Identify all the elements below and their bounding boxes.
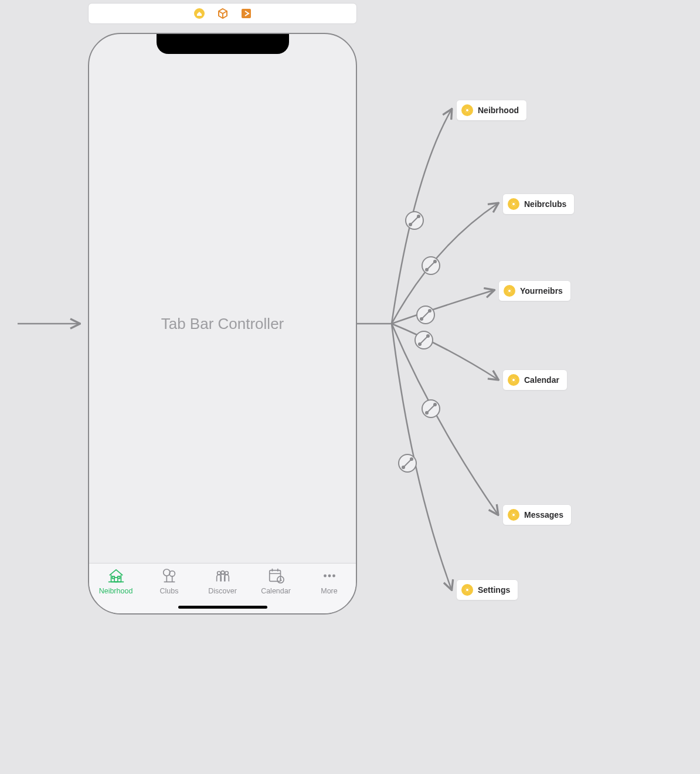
segue-badge (399, 454, 416, 472)
tree-icon (161, 567, 178, 585)
svg-point-13 (328, 575, 331, 578)
segue-badge (422, 257, 440, 274)
dest-calendar[interactable]: Calendar (502, 369, 568, 391)
dest-label: Messages (524, 510, 563, 520)
dest-messages[interactable]: Messages (502, 504, 572, 525)
svg-point-14 (332, 575, 335, 578)
svg-point-29 (425, 411, 429, 415)
exit-icon[interactable] (240, 8, 252, 19)
app-icon[interactable] (193, 8, 205, 19)
dest-label: Neibrhood (478, 106, 519, 115)
tab-neibrhood[interactable]: Neibrhood (89, 567, 142, 595)
svg-point-27 (426, 334, 430, 338)
viewcontroller-icon (508, 198, 519, 210)
svg-point-31 (399, 454, 416, 472)
tab-label: Clubs (160, 587, 179, 595)
dest-neibrclubs[interactable]: Neibrclubs (502, 193, 575, 215)
svg-point-33 (410, 457, 413, 461)
dest-yourneibrs[interactable]: Yourneibrs (498, 280, 571, 301)
viewcontroller-icon (504, 285, 515, 297)
svg-point-28 (422, 400, 440, 417)
iphone-frame: Tab Bar Controller Neibrhood (88, 33, 357, 615)
segue-badge (422, 400, 440, 417)
viewcontroller-icon (508, 509, 519, 521)
svg-rect-3 (112, 576, 114, 579)
svg-point-5 (163, 569, 169, 576)
svg-rect-4 (117, 576, 120, 579)
svg-point-20 (425, 268, 429, 271)
segue-badge (406, 212, 423, 229)
dest-label: Neibrclubs (524, 199, 566, 209)
svg-point-26 (418, 342, 422, 346)
tab-more[interactable]: More (303, 567, 356, 595)
svg-point-25 (415, 331, 433, 349)
dest-label: Yourneibrs (520, 286, 563, 296)
svg-point-12 (324, 575, 327, 578)
tab-calendar[interactable]: Calendar (249, 567, 303, 595)
segue-badge (415, 331, 433, 349)
svg-point-16 (406, 212, 423, 229)
svg-point-23 (420, 317, 423, 321)
svg-point-17 (409, 223, 412, 226)
tab-label: More (321, 587, 337, 595)
scene-title: Tab Bar Controller (89, 34, 356, 613)
svg-point-30 (433, 403, 437, 406)
svg-point-21 (433, 260, 437, 263)
home-indicator (178, 606, 267, 609)
tab-label: Calendar (261, 587, 291, 595)
tab-clubs[interactable]: Clubs (142, 567, 196, 595)
calendar-icon (267, 567, 285, 585)
viewcontroller-icon (461, 584, 473, 596)
svg-point-22 (417, 306, 434, 324)
cube-icon[interactable] (217, 8, 229, 19)
dest-label: Calendar (524, 375, 559, 385)
svg-point-32 (402, 466, 405, 469)
tab-label: Discover (208, 587, 237, 595)
tab-label: Neibrhood (99, 587, 133, 595)
svg-point-19 (422, 257, 440, 274)
viewcontroller-icon (461, 104, 473, 116)
viewcontroller-icon (508, 374, 519, 386)
scene-toolbar (88, 3, 357, 24)
tab-discover[interactable]: Discover (196, 567, 249, 595)
dest-neibrhood[interactable]: Neibrhood (456, 100, 527, 121)
svg-point-24 (428, 309, 431, 313)
segue-badge (417, 306, 434, 324)
more-icon (321, 567, 338, 585)
dest-settings[interactable]: Settings (456, 579, 518, 600)
people-icon (214, 567, 232, 585)
svg-point-18 (417, 215, 420, 218)
svg-rect-10 (269, 571, 280, 582)
house-icon (107, 567, 125, 585)
dest-label: Settings (478, 585, 510, 595)
